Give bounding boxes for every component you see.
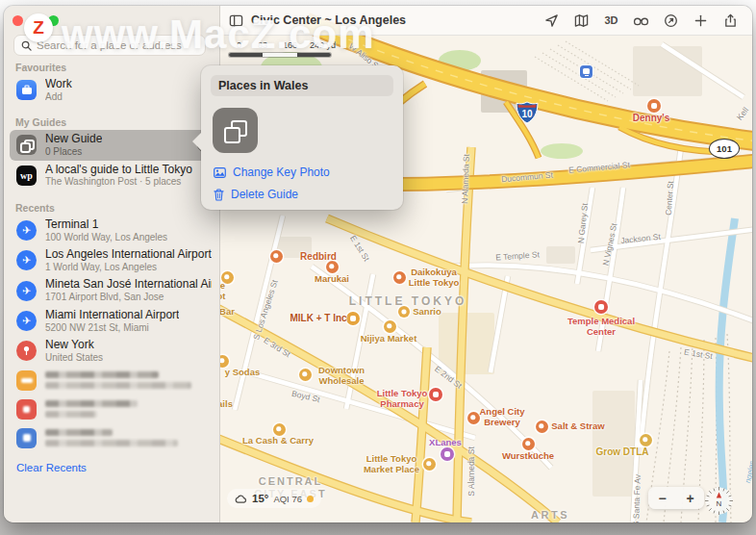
report-issue-icon[interactable] [663,13,679,29]
redacted-text [45,371,159,378]
poi-icon[interactable] [393,271,406,284]
poi-label[interactable]: Marukai [315,273,349,284]
recent-item-redacted[interactable] [4,366,219,395]
poi-label[interactable]: y Sodas [225,367,260,377]
poi-label[interactable]: Angel CityBrewery [480,406,525,428]
us-101-shield: 101 [709,139,740,159]
close-window-button[interactable] [13,15,23,26]
recent-item-new-york[interactable]: New York United States [4,336,219,366]
briefcase-icon [16,80,37,100]
poi-label[interactable]: Denny's [633,113,670,124]
district-label: LITTLE TOKYO [349,294,466,308]
map-scale: 0 83 166 249 yd [229,40,344,57]
redacted-text [45,411,97,418]
poi-label[interactable]: XLanes [429,437,462,447]
airport-icon: ✈ [16,311,37,331]
poi-icon[interactable] [522,438,535,450]
poi-label[interactable]: MILK + T Inc [290,313,346,324]
poi-label[interactable]: DaikokuyaLittle Tokyo [409,267,460,289]
recent-item-mineta[interactable]: ✈ Mineta San José International Airp… 17… [4,275,219,305]
redacted-icon [16,370,37,391]
popover-arrow [192,133,201,150]
poi-icon[interactable] [423,458,436,471]
poi-label[interactable]: Bar [219,306,235,317]
poi-icon[interactable] [429,388,442,401]
recent-item-miami[interactable]: ✈ Miami International Airport 5200 NW 21… [4,306,219,336]
share-icon[interactable] [722,13,739,29]
poi-icon[interactable] [647,99,661,113]
redacted-icon [16,399,37,420]
poi-label[interactable]: La Cash & Carry [242,435,314,446]
section-favourites: Favourites [15,62,219,73]
poi-label[interactable]: Redbird [300,251,337,263]
photo-icon [214,167,226,178]
search-icon [21,40,32,51]
poi-icon[interactable] [441,447,454,461]
interstate-10-shield: 10 [516,101,539,124]
poi-label[interactable]: Grow DTLA [596,446,649,458]
guide-item-little-tokyo[interactable]: wp A local's guide to Little Tokyo The W… [4,161,219,191]
change-key-photo-button[interactable]: Change Key Photo [214,166,330,179]
weather-widget[interactable]: 15° AQI 76 [227,489,321,508]
guide-key-photo[interactable] [213,108,258,153]
current-location-icon[interactable] [543,13,560,29]
zoom-out-button[interactable]: − [658,491,666,506]
guide-name-input[interactable]: Places in Wales [211,75,393,96]
poi-icon[interactable] [270,250,283,263]
poi-icon[interactable] [299,369,312,381]
poi-label[interactable]: Salt & Straw [551,420,604,431]
district-label: ARTS [531,509,569,522]
recent-item-lax[interactable]: ✈ Los Angeles International Airport 1 Wo… [4,245,219,275]
poi-icon[interactable] [219,355,229,368]
poi-icon[interactable] [346,312,360,325]
poi-label[interactable]: Temple MedicalCenter [567,316,635,338]
map-toolbar: Civic Center ~ Los Angeles 3D [219,6,752,36]
sidebar-toggle-icon[interactable] [229,13,243,28]
poi-label[interactable]: ails [219,398,233,409]
poi-label[interactable]: Little TokyoMarket Place [364,453,419,475]
3d-button[interactable]: 3D [603,13,619,29]
look-around-icon[interactable] [633,13,649,29]
poi-label[interactable]: Little TokyoPharmacy [377,388,428,410]
poi-label[interactable]: DowntownWholesale [318,365,365,387]
transit-station-icon[interactable] [580,65,592,78]
maps-window: W Aliso SE Commercial StDucommun StJacks… [4,6,752,522]
favourite-item-work[interactable]: Work Add [4,75,219,105]
compass[interactable]: N [704,486,734,516]
guide-item-new-guide[interactable]: New Guide 0 Places i [10,130,219,160]
poi-icon[interactable] [640,434,652,446]
recent-item-redacted[interactable] [4,423,219,452]
map-mode-icon[interactable] [573,13,590,29]
recent-item-redacted[interactable] [4,395,219,423]
poi-icon[interactable] [536,420,548,433]
poi-label[interactable]: Nijiya Market [361,333,417,344]
map-pin-icon [16,341,37,361]
section-recents: Recents [15,202,219,214]
search-placeholder: Search for a place or address [37,39,182,51]
redacted-icon [16,428,37,448]
compass-n: N [717,499,722,508]
redacted-text [45,440,178,446]
macz-logo: Z [24,13,53,42]
redacted-text [45,382,191,389]
poi-label[interactable]: Wurstküche [502,450,554,461]
street-label: S Alameda St [466,446,476,497]
poi-icon[interactable] [273,423,286,436]
poi-icon[interactable] [384,320,396,333]
delete-guide-button[interactable]: Delete Guide [214,188,298,201]
zoom-in-button[interactable]: + [686,491,693,506]
washington-post-icon: wp [16,166,37,186]
street-label: S Santa Fe Av [631,474,643,522]
add-icon[interactable] [693,13,709,29]
poi-icon[interactable] [594,300,608,314]
guide-popover: Places in Wales Change Key Photo Delete … [201,65,403,210]
clear-recents-link[interactable]: Clear Recents [16,462,219,473]
sidebar: Search for a place or address Favourites… [4,6,220,522]
section-my-guides: My Guides [15,116,219,128]
street-label: N Alameda St [460,154,471,204]
trash-icon [214,189,224,201]
zoom-controls: − + [648,487,704,509]
recent-item-terminal-1[interactable]: ✈ Terminal 1 100 World Way, Los Angeles [4,216,219,245]
poi-icon[interactable] [467,412,480,424]
redacted-text [45,400,138,407]
